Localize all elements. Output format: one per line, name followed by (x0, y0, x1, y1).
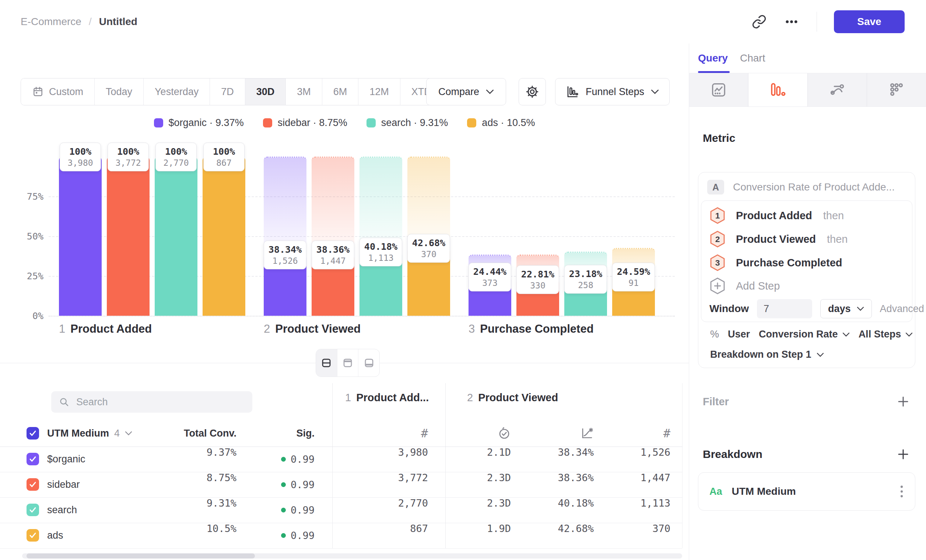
legend-swatch (263, 118, 272, 127)
date-range-label: 7D (221, 86, 234, 98)
layout-chart-only-button[interactable] (337, 349, 359, 377)
funnel-bar-ads-step-1[interactable] (203, 157, 245, 316)
step-number: 3 (469, 322, 475, 335)
table-step2-group-header: 2Product Viewed (467, 392, 558, 404)
more-menu-button[interactable] (784, 14, 800, 29)
search-input[interactable] (76, 396, 245, 408)
step2-rate-column-header[interactable] (572, 420, 594, 446)
row-checkbox[interactable] (27, 453, 39, 465)
chart-settings-button[interactable] (519, 78, 546, 105)
add-step-row[interactable]: Add Step (701, 274, 912, 297)
tab-retention[interactable] (867, 73, 926, 106)
step-label: Product Viewed (478, 392, 558, 403)
dots-grid-icon (888, 82, 905, 98)
funnel-bar-organic-step-2[interactable] (264, 254, 306, 316)
date-range-yesterday[interactable]: Yesterday (143, 79, 210, 105)
metric-step-2[interactable]: 2Product Viewedthen (701, 227, 912, 251)
window-value-input[interactable] (757, 299, 812, 318)
step2-count-column-header[interactable]: # (648, 420, 670, 446)
bar-pct: 100% (112, 145, 144, 158)
breadcrumb-project[interactable]: E-Commerce (21, 16, 82, 28)
significance-value: 0.99 (291, 530, 315, 541)
funnel-bar-organic-step-3[interactable] (469, 277, 511, 316)
row-checkbox[interactable] (27, 478, 39, 491)
date-range-3m[interactable]: 3M (286, 79, 322, 105)
date-range-7d[interactable]: 7D (210, 79, 245, 105)
funnel-ghost-bar (407, 157, 450, 248)
cell-total-conv: 8.75% (163, 472, 236, 497)
funnel-bar-ads-step-2[interactable] (407, 248, 450, 316)
funnel-bar-ads-step-3[interactable] (612, 277, 655, 316)
measure-metric-select[interactable]: Conversion Rate (759, 328, 850, 340)
funnel-bar-search-step-1[interactable] (155, 157, 197, 316)
analysis-type-tabs (689, 73, 926, 107)
breakdown-column-label: UTM Medium (47, 428, 109, 439)
tab-funnels[interactable] (749, 73, 808, 106)
date-range-6m[interactable]: 6M (322, 79, 359, 105)
window-unit-select[interactable]: days (820, 299, 872, 318)
compare-button[interactable]: Compare (426, 78, 506, 105)
breakdown-column-header[interactable]: UTM Medium 4 (47, 420, 132, 446)
legend-item-ads[interactable]: ads · 10.5% (467, 117, 535, 129)
layout-top-band-icon (342, 357, 353, 368)
funnel-bar-search-step-3[interactable] (564, 279, 607, 316)
date-range-12m[interactable]: 12M (358, 79, 400, 105)
breakdown-item[interactable]: Aa UTM Medium (698, 472, 915, 511)
sig-column-header[interactable]: Sig. (278, 420, 315, 446)
tab-chart[interactable]: Chart (740, 44, 765, 73)
add-breakdown-button[interactable] (897, 448, 910, 461)
funnel-bar-sidebar-step-3[interactable] (516, 279, 559, 316)
step-number: 2 (467, 392, 473, 403)
breadcrumb-title[interactable]: Untitled (99, 16, 138, 28)
save-button[interactable]: Save (834, 10, 905, 33)
visualization-select[interactable]: Funnel Steps (555, 78, 670, 105)
significance-value: 0.99 (291, 479, 315, 490)
cell-step2-rate: 38.34% (535, 446, 594, 472)
date-range-today[interactable]: Today (94, 79, 143, 105)
layout-table-only-button[interactable] (358, 349, 380, 377)
table-row-search: search9.31%0.992,7702.3D40.18%1,113 (0, 497, 682, 523)
layout-split-button[interactable] (316, 349, 337, 377)
date-range-custom[interactable]: Custom (21, 79, 94, 105)
cell-significance: 0.99 (267, 523, 315, 548)
steps-scope-select[interactable]: All Steps (859, 328, 913, 340)
funnel-bar-sidebar-step-1[interactable] (107, 157, 150, 316)
date-range-30d[interactable]: 30D (245, 79, 286, 105)
tab-query[interactable]: Query (698, 44, 728, 73)
step1-count-column-header[interactable]: # (406, 420, 428, 446)
legend-item-organic[interactable]: $organic · 9.37% (154, 117, 244, 129)
legend-item-search[interactable]: search · 9.31% (366, 117, 448, 129)
funnel-bar-sidebar-step-2[interactable] (312, 254, 354, 316)
chart-toolbar: CustomTodayYesterday7D30D3M6M12MXTD Comp… (21, 78, 674, 105)
breakdown-item-menu-button[interactable] (899, 485, 904, 498)
funnel-bar-search-step-2[interactable] (360, 252, 402, 316)
metric-series-row[interactable]: A Conversion Rate of Product Adde... (707, 180, 895, 195)
bar-pct: 22.81% (521, 268, 554, 280)
funnel-bar-organic-step-1[interactable] (59, 157, 102, 316)
tab-flows[interactable] (808, 73, 867, 106)
row-checkbox[interactable] (27, 529, 39, 542)
cell-step2-rate: 42.68% (535, 523, 594, 548)
metric-step-3[interactable]: 3Purchase Completed (701, 251, 912, 274)
entity-select[interactable]: User (728, 328, 750, 340)
add-filter-button[interactable] (897, 395, 910, 408)
svg-text:1: 1 (715, 211, 720, 220)
metric-step-1[interactable]: 1Product Addedthen (701, 204, 912, 227)
row-checkbox[interactable] (27, 504, 39, 516)
step-then-text: then (827, 233, 847, 245)
step2-time-column-header[interactable] (489, 420, 511, 446)
total-conv-column-header[interactable]: Total Conv. (163, 420, 236, 446)
chevron-down-icon (857, 307, 864, 311)
copy-link-button[interactable] (752, 14, 767, 29)
tab-insights[interactable] (689, 73, 749, 106)
funnel-ghost-bar (264, 157, 306, 254)
string-property-icon: Aa (710, 486, 722, 497)
horizontal-scrollbar[interactable] (22, 553, 682, 558)
step-number: 1 (59, 322, 65, 335)
advanced-toggle[interactable]: Advanced (880, 303, 926, 315)
gridline-0% (48, 316, 675, 316)
breakdown-on-step-select[interactable]: Breakdown on Step 1 (710, 349, 824, 360)
select-all-checkbox[interactable] (27, 427, 39, 439)
scrollbar-thumb[interactable] (27, 553, 255, 558)
legend-item-sidebar[interactable]: sidebar · 8.75% (263, 117, 347, 129)
